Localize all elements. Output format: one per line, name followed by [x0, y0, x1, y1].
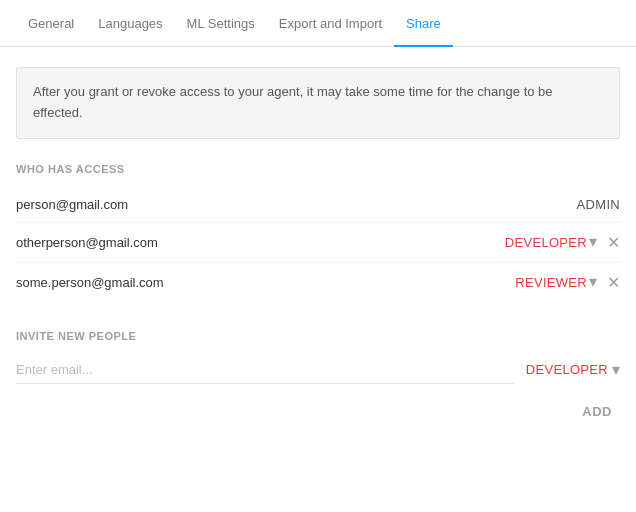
- table-row: person@gmail.com ADMIN: [16, 187, 620, 223]
- who-has-access-label: WHO HAS ACCESS: [16, 163, 620, 175]
- table-row: otherperson@gmail.com DEVELOPER ▾ ✕: [16, 223, 620, 263]
- table-row: some.person@gmail.com REVIEWER ▾ ✕: [16, 263, 620, 302]
- user-email-3: some.person@gmail.com: [16, 275, 164, 290]
- role-dropdown-2[interactable]: DEVELOPER ▾: [505, 234, 597, 250]
- chevron-down-icon: ▾: [589, 234, 597, 250]
- tab-languages[interactable]: Languages: [86, 0, 174, 47]
- tab-export-import[interactable]: Export and Import: [267, 0, 394, 47]
- info-message: After you grant or revoke access to your…: [33, 84, 553, 120]
- invite-new-people-label: INVITE NEW PEOPLE: [16, 330, 620, 342]
- main-content: After you grant or revoke access to your…: [0, 47, 636, 443]
- invite-row: DEVELOPER ▾: [16, 356, 620, 384]
- chevron-down-icon: ▾: [612, 362, 620, 378]
- remove-user-2-icon[interactable]: ✕: [607, 233, 620, 252]
- chevron-down-icon: ▾: [589, 274, 597, 290]
- invite-role-dropdown[interactable]: DEVELOPER ▾: [526, 362, 620, 378]
- invite-section: INVITE NEW PEOPLE DEVELOPER ▾ ADD: [16, 330, 620, 423]
- role-area-3: REVIEWER ▾ ✕: [515, 273, 620, 292]
- info-box: After you grant or revoke access to your…: [16, 67, 620, 139]
- role-label-1: ADMIN: [577, 197, 620, 212]
- tab-share[interactable]: Share: [394, 0, 453, 47]
- tab-general[interactable]: General: [16, 0, 86, 47]
- role-label-2: DEVELOPER: [505, 235, 587, 250]
- tab-ml-settings[interactable]: ML Settings: [175, 0, 267, 47]
- remove-user-3-icon[interactable]: ✕: [607, 273, 620, 292]
- add-button[interactable]: ADD: [574, 400, 620, 423]
- user-email-2: otherperson@gmail.com: [16, 235, 158, 250]
- nav-tabs: General Languages ML Settings Export and…: [0, 0, 636, 47]
- role-label-3: REVIEWER: [515, 275, 587, 290]
- access-list: WHO HAS ACCESS person@gmail.com ADMIN ot…: [16, 163, 620, 302]
- role-dropdown-3[interactable]: REVIEWER ▾: [515, 274, 597, 290]
- email-input[interactable]: [16, 356, 514, 384]
- role-area-1: ADMIN: [577, 197, 620, 212]
- invite-role-label: DEVELOPER: [526, 362, 608, 377]
- add-row: ADD: [16, 396, 620, 423]
- role-area-2: DEVELOPER ▾ ✕: [505, 233, 620, 252]
- user-email-1: person@gmail.com: [16, 197, 128, 212]
